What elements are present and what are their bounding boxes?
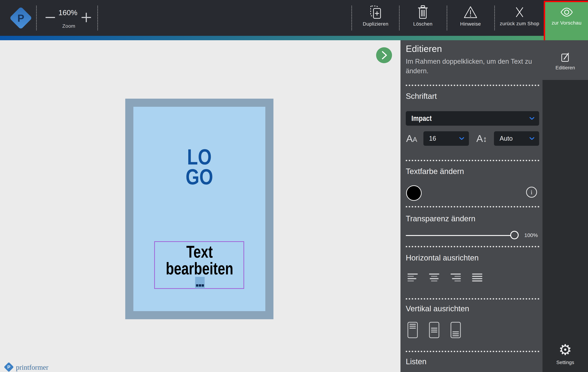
text-frame-options-button[interactable] (195, 277, 205, 288)
line-height-select[interactable]: Auto (494, 131, 539, 146)
toolbar-divider (447, 6, 447, 30)
design-logo-line2: GO (147, 167, 252, 187)
tab-settings-label: Settings (543, 360, 588, 365)
warning-icon (463, 5, 478, 19)
valign-top-button[interactable] (408, 322, 418, 338)
zoom-label: Zoom (42, 23, 95, 29)
zur-vorschau-button[interactable]: zur Vorschau (545, 2, 588, 40)
align-justify-button[interactable] (472, 274, 482, 283)
ellipsis-icon (196, 284, 204, 287)
chevron-down-icon (459, 137, 464, 140)
dotted-divider (406, 206, 539, 207)
info-icon[interactable]: i (526, 187, 537, 198)
font-family-select[interactable]: Impact (406, 111, 539, 126)
panel-title: Editieren (406, 43, 442, 54)
text-color-section-heading: Textfarbe ändern (406, 167, 464, 176)
edit-icon (560, 51, 571, 63)
next-page-button[interactable] (376, 47, 392, 63)
annotation-highlight: zur Vorschau (544, 1, 588, 42)
transparency-value: 100% (524, 232, 538, 238)
align-left-button[interactable] (408, 274, 418, 283)
zoom-value: 160% (56, 9, 79, 17)
font-size-select[interactable]: 16 (423, 131, 469, 146)
info-icon-letter: i (531, 189, 532, 196)
dotted-divider (406, 85, 539, 86)
tab-editieren[interactable]: Editieren (543, 40, 588, 80)
trash-icon (417, 5, 429, 19)
align-center-button[interactable] (429, 274, 439, 283)
chevron-right-icon (376, 47, 392, 63)
hints-button[interactable]: Hinweise (450, 5, 491, 32)
duplicate-button[interactable]: Duplizieren (355, 5, 396, 32)
toolbar-divider (36, 6, 37, 30)
gear-icon: ⚙ (543, 342, 588, 357)
chevron-down-icon (529, 137, 535, 140)
dotted-divider (406, 160, 539, 161)
zoom-out-button[interactable] (45, 17, 55, 18)
toolbar-divider (351, 6, 352, 30)
tool-tab-strip (543, 40, 588, 372)
dotted-divider (406, 351, 539, 352)
design-logo-text[interactable]: LO GO (133, 147, 265, 187)
printformer-editor: P 160% Zoom Duplizieren (0, 0, 588, 372)
dotted-divider (406, 298, 539, 299)
transparency-section-heading: Transparenz ändern (406, 214, 475, 223)
font-size-icon: AA (406, 133, 417, 144)
accent-gradient-bar (0, 36, 544, 40)
top-toolbar: P 160% Zoom Duplizieren (0, 0, 588, 36)
panel-description: Im Rahmen doppelklicken, um den Text zu … (406, 57, 536, 76)
toolbar-divider (494, 6, 495, 30)
text-color-swatch[interactable] (406, 185, 422, 201)
back-to-shop-button[interactable]: zurück zum Shop (497, 5, 542, 32)
duplicate-icon (369, 5, 382, 19)
printformer-wordmark: printformer (16, 363, 48, 372)
zur-vorschau-button-label: zur Vorschau (545, 20, 588, 26)
minus-icon (45, 17, 55, 18)
valign-section-heading: Vertikal ausrichten (406, 304, 469, 313)
transparency-slider-handle[interactable] (510, 231, 519, 239)
align-right-button[interactable] (451, 274, 461, 283)
brand-logo-letter: P (13, 10, 29, 26)
halign-section-heading: Horizontal ausrichten (406, 253, 479, 262)
toolbar-divider (399, 6, 399, 30)
delete-button-label: Löschen (403, 21, 443, 27)
chevron-down-icon (529, 117, 535, 120)
line-height-icon: A↕ (476, 133, 487, 144)
design-card-page: LO GO Text bearbeiten (133, 107, 265, 311)
valign-middle-button[interactable] (429, 322, 439, 338)
delete-button[interactable]: Löschen (403, 5, 443, 32)
transparency-slider-track[interactable] (406, 235, 516, 236)
font-size-value: 16 (429, 135, 436, 142)
tab-settings[interactable]: ⚙ Settings (543, 342, 588, 371)
eye-icon (560, 7, 574, 17)
plus-icon (82, 13, 91, 22)
tab-editieren-label: Editieren (543, 65, 588, 71)
toolbar-divider (97, 6, 98, 30)
lists-section-heading: Listen (406, 357, 426, 366)
zoom-in-button[interactable] (82, 13, 91, 22)
close-icon (514, 6, 525, 19)
font-section-heading: Schriftart (406, 92, 437, 101)
design-card: LO GO Text bearbeiten (125, 99, 273, 319)
dotted-divider (406, 246, 539, 247)
back-to-shop-button-label: zurück zum Shop (497, 21, 542, 26)
printformer-logo-letter: P (5, 363, 12, 371)
hints-button-label: Hinweise (450, 21, 491, 27)
text-frame-text: Text bearbeiten (151, 243, 248, 277)
font-family-value: Impact (411, 114, 432, 123)
design-logo-line1: LO (147, 147, 252, 167)
line-height-value: Auto (500, 135, 513, 142)
text-frame[interactable]: Text bearbeiten (154, 241, 244, 289)
valign-bottom-button[interactable] (451, 322, 461, 338)
duplicate-button-label: Duplizieren (355, 21, 396, 27)
